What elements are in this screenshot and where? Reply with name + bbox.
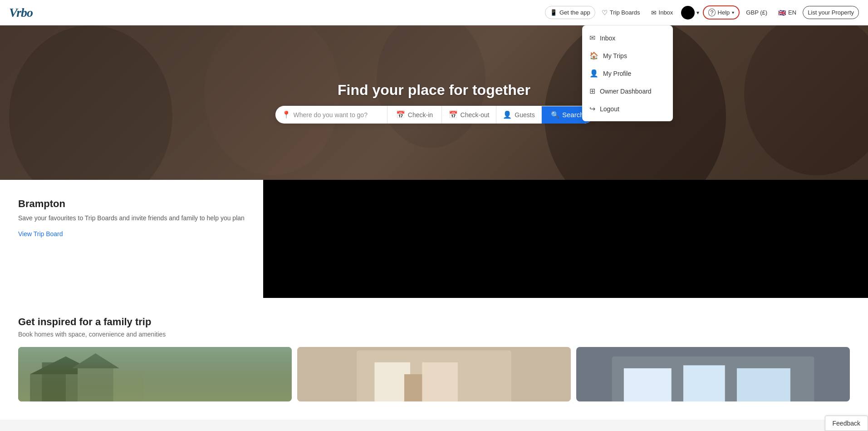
trip-board-info: Brampton Save your favourites to Trip Bo…	[0, 180, 263, 298]
phone-icon	[550, 9, 557, 16]
inspired-title: Get inspired for a family trip	[18, 316, 850, 328]
destination-field[interactable]: 📍	[275, 106, 387, 124]
inspired-subtitle: Book homes with space, convenience and a…	[18, 331, 850, 338]
mail-icon: ✉	[589, 34, 595, 42]
svg-rect-22	[624, 368, 672, 401]
trip-board-description: Save your favourites to Trip Boards and …	[18, 213, 245, 223]
list-property-button[interactable]: List your Property	[803, 6, 859, 19]
view-trip-board-link[interactable]: View Trip Board	[18, 230, 245, 238]
dashboard-icon: ⊞	[589, 87, 595, 95]
header-nav: Get the app Trip Boards Inbox ▾ Help ▾ G…	[545, 5, 859, 20]
hero-section: Find your place for together 📍 📅 Check-i…	[0, 25, 868, 180]
property-card-3-image	[576, 347, 850, 401]
help-button[interactable]: Help ▾	[703, 5, 740, 20]
hero-title: Find your place for together	[338, 82, 530, 99]
dropdown-item-inbox[interactable]: ✉ Inbox	[582, 29, 673, 47]
trip-board-video	[263, 180, 868, 298]
property-card-3[interactable]	[576, 347, 850, 401]
flag-icon: 🇬🇧	[778, 9, 786, 16]
suitcase-icon: 🏠	[589, 51, 598, 60]
destination-input[interactable]	[294, 111, 381, 119]
language-button[interactable]: 🇬🇧 EN	[774, 6, 801, 19]
property-cards-row	[18, 347, 850, 401]
dropdown-item-owner-dashboard[interactable]: ⊞ Owner Dashboard	[582, 82, 673, 100]
trip-board-title: Brampton	[18, 198, 245, 210]
guests-icon: 👤	[503, 110, 512, 119]
dropdown-item-logout[interactable]: ↪ Logout	[582, 100, 673, 118]
search-bar: 📍 📅 Check-in 📅 Check-out 👤 Guests 🔍 Sear…	[275, 106, 593, 124]
help-chevron-icon: ▾	[732, 10, 734, 15]
svg-rect-13	[18, 347, 292, 401]
below-hero-section: Brampton Save your favourites to Trip Bo…	[0, 180, 868, 298]
dropdown-item-my-profile[interactable]: 👤 My Profile	[582, 64, 673, 82]
trip-boards-button[interactable]: Trip Boards	[597, 6, 645, 20]
question-icon	[708, 9, 715, 16]
checkin-calendar-icon: 📅	[396, 110, 405, 119]
vrbo-logo[interactable]: Vrbo	[9, 5, 33, 20]
guests-label: Guests	[515, 111, 535, 119]
svg-rect-23	[683, 365, 725, 401]
currency-button[interactable]: GBP (£)	[741, 6, 772, 19]
checkout-label: Check-out	[461, 111, 490, 119]
checkin-field[interactable]: 📅 Check-in	[387, 106, 442, 124]
property-card-2[interactable]	[297, 347, 571, 401]
search-icon: 🔍	[551, 111, 559, 119]
property-card-1-image	[18, 347, 292, 401]
get-app-button[interactable]: Get the app	[545, 6, 595, 19]
inbox-icon	[651, 9, 657, 16]
user-avatar-container[interactable]: ▾	[679, 6, 701, 20]
heart-icon	[602, 9, 608, 17]
inbox-button[interactable]: Inbox	[647, 6, 678, 19]
dropdown-item-my-trips[interactable]: 🏠 My Trips	[582, 47, 673, 64]
inspired-section: Get inspired for a family trip Book home…	[0, 298, 868, 420]
svg-rect-17	[422, 362, 458, 401]
hero-content: Find your place for together 📍 📅 Check-i…	[275, 82, 593, 124]
user-icon: 👤	[589, 69, 598, 78]
property-card-2-image	[297, 347, 571, 401]
help-dropdown: ✉ Inbox 🏠 My Trips 👤 My Profile ⊞ Owner …	[582, 25, 673, 121]
checkin-label: Check-in	[408, 111, 433, 119]
property-card-1[interactable]	[18, 347, 292, 401]
svg-rect-24	[737, 368, 790, 401]
avatar-chevron: ▾	[696, 10, 699, 16]
guests-field[interactable]: 👤 Guests	[496, 106, 542, 124]
feedback-button[interactable]: Feedback	[825, 416, 868, 420]
location-icon: 📍	[282, 110, 291, 119]
logout-icon: ↪	[589, 104, 595, 113]
checkout-calendar-icon: 📅	[449, 110, 458, 119]
svg-rect-18	[404, 374, 422, 401]
header: Vrbo Get the app Trip Boards Inbox ▾ Hel…	[0, 0, 868, 25]
checkout-field[interactable]: 📅 Check-out	[442, 106, 496, 124]
avatar	[681, 6, 695, 20]
